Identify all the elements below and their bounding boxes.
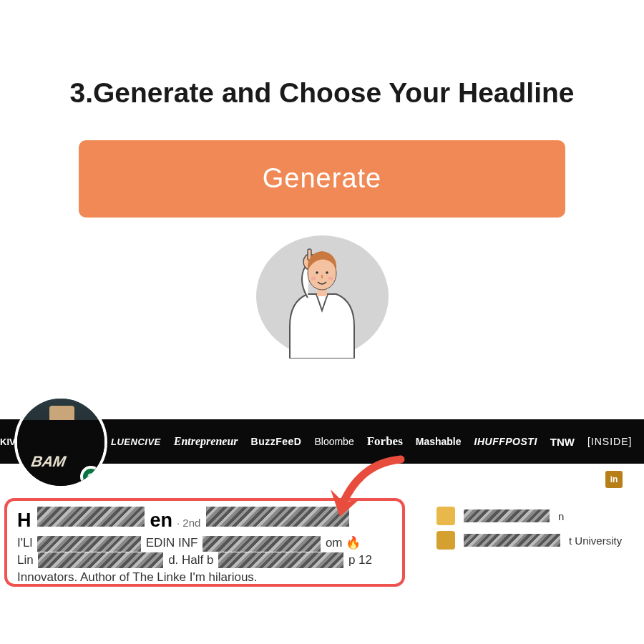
generate-button[interactable]: Generate [79,140,565,218]
generate-button-label: Generate [263,163,381,194]
headline-fragment: I'm hilarious. [190,570,258,584]
redacted-block [464,534,560,547]
linkedin-icon[interactable]: in [605,471,623,488]
svg-point-7 [328,277,333,280]
step-title: 3.Generate and Choose Your Headline [69,75,574,112]
company-icon [436,507,455,525]
media-logo: Forbes [367,434,403,449]
company-row[interactable]: n [436,507,630,525]
company-suffix: n [558,510,564,522]
name-suffix: en [150,509,173,532]
svg-point-5 [326,271,328,274]
media-logo: TNW [550,436,575,448]
headline-fragment: Lin [17,553,34,567]
redacted-block [203,536,321,552]
headline-fragment: d. Half b [168,553,213,567]
redacted-block [38,552,163,568]
headline-fragment: p 12 [348,553,372,567]
connection-degree: · 2nd [177,517,200,529]
profile-picture[interactable]: BAM [14,396,107,489]
headline-fragment: I'Ll [17,536,32,550]
university-suffix: t University [569,535,622,547]
university-icon [436,531,455,550]
online-status-icon [80,466,102,487]
media-logo: BuzzFeeD [251,436,302,447]
redacted-block [37,536,141,552]
name-prefix: H [17,509,31,532]
university-row[interactable]: t University [436,531,630,550]
redacted-block [464,509,550,522]
media-logo: [INSIDE] [587,436,632,447]
media-logo: Mashable [416,436,462,447]
redacted-block [218,552,343,568]
profile-side-info: n t University [436,507,630,555]
person-illustration-icon [265,233,379,358]
svg-point-6 [311,277,316,280]
headline-fragment: Innovators. Author of The Linke [17,570,186,584]
media-logo: Bloombe [314,436,353,447]
redacted-block [37,507,145,527]
svg-point-4 [316,271,318,274]
linkedin-profile-preview: KIVO LUENCIVE Entrepreneur BuzzFeeD Bloo… [0,419,644,464]
illustration-avatar [250,232,394,361]
headline-fragment: EDIN INF [146,536,198,550]
shirt-text: BAM [30,453,67,470]
media-logo: LUENCIVE [111,436,161,447]
arrow-annotation-icon [308,452,422,545]
media-logo: IHUFFPOSTI [474,436,537,447]
linkedin-label: in [610,474,618,484]
media-logo: Entrepreneur [174,435,238,448]
